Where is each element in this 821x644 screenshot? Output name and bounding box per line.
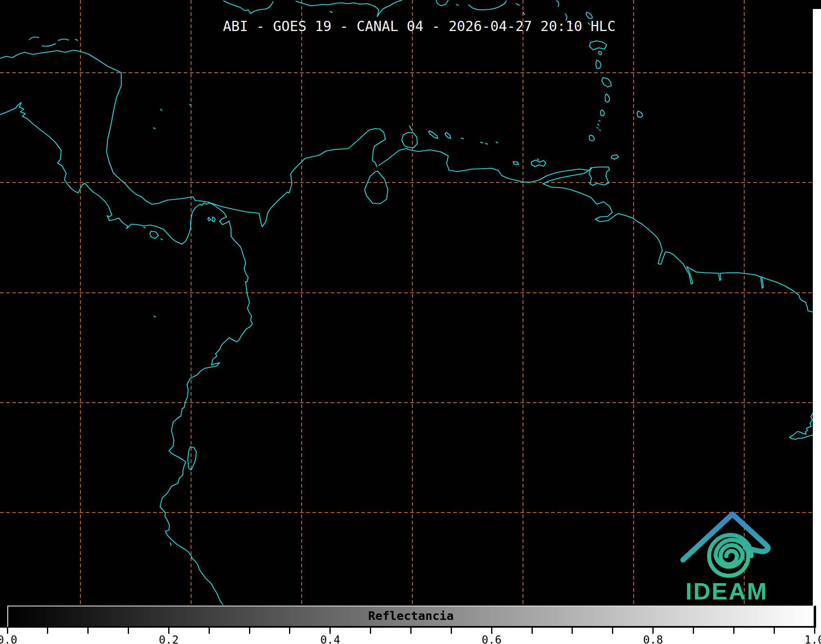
ideam-spiral-icon xyxy=(709,535,752,576)
colorbar-tick-label: 0.4 xyxy=(320,633,340,644)
colorbar-tick-label: 0.2 xyxy=(159,633,179,644)
colorbar-tick xyxy=(733,628,734,634)
colorbar-tick xyxy=(612,628,613,634)
colorbar-tick-label: 0.0 xyxy=(0,633,17,644)
colorbar-tick xyxy=(7,628,8,634)
reflectance-colorbar: Reflectancia xyxy=(7,606,815,628)
colorbar-tick xyxy=(814,628,815,634)
colorbar-tick xyxy=(572,628,573,634)
colorbar-tick xyxy=(329,628,331,634)
colorbar-tick xyxy=(209,628,210,634)
colorbar-tick-label: 1.0 xyxy=(805,633,821,644)
colorbar-tick xyxy=(410,628,412,634)
map-title: ABI - GOES 19 - CANAL 04 - 2026-04-27 20… xyxy=(223,18,616,34)
coastline-greater-antilles xyxy=(224,0,525,17)
colorbar-tick xyxy=(87,628,89,634)
colorbar-tick xyxy=(532,628,533,634)
amazon-river-line xyxy=(790,413,813,439)
coastline-caribbean-mainland xyxy=(0,50,813,312)
satellite-map-figure: IDEAM ABI - GOES 19 - CANAL 04 - 2026-04… xyxy=(0,0,821,644)
colorbar-tick xyxy=(289,628,290,634)
colorbar-tick xyxy=(491,628,492,634)
colorbar-tick xyxy=(128,628,129,634)
colorbar-tick xyxy=(652,628,654,634)
ideam-logo-text: IDEAM xyxy=(685,578,768,604)
ideam-logo: IDEAM xyxy=(683,514,768,604)
colorbar-tick-label: 0.6 xyxy=(482,633,502,644)
figure-right-margin-lower xyxy=(816,606,821,628)
coastline-venezuelan-islands xyxy=(409,126,619,185)
colorbar-tick xyxy=(451,628,452,634)
colorbar-axis-strip: 0.00.20.40.60.81.0 xyxy=(0,628,821,644)
colorbar-tick-label: 0.8 xyxy=(643,633,663,644)
colorbar-tick xyxy=(168,628,169,634)
map-canvas: IDEAM xyxy=(0,0,821,608)
colorbar-tick xyxy=(370,628,371,634)
coastline-pacific-islands xyxy=(144,217,215,546)
colorbar-label: Reflectancia xyxy=(368,609,454,623)
colorbar-tick xyxy=(693,628,694,634)
colorbar-tick xyxy=(774,628,775,634)
colorbar-tick xyxy=(249,628,250,634)
colorbar-tick xyxy=(47,628,48,634)
figure-right-margin xyxy=(813,9,821,606)
graticule-gridlines xyxy=(0,0,813,606)
coastline-pacific-mainland xyxy=(0,103,252,605)
